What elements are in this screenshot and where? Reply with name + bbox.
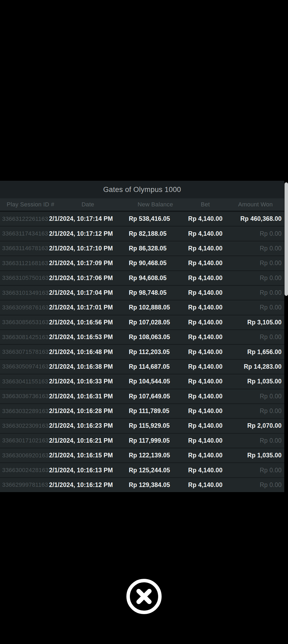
cell-id: 33663105750163 <box>0 274 49 281</box>
column-header: Bet <box>184 201 227 208</box>
cell-id: 33663071578163 <box>0 348 49 355</box>
table-row: 336631057501632/1/2024, 10:17:06 PMRp 94… <box>0 271 284 286</box>
cell-date: 2/1/2024, 10:16:28 PM <box>49 407 127 415</box>
screen-background: { "modal": { "title": "Gates of Olympus … <box>0 0 288 644</box>
cell-id: 33663002428163 <box>0 467 49 474</box>
cell-id: 33663095876163 <box>0 304 49 311</box>
cell-bet: Rp 4,140.00 <box>184 378 227 385</box>
cell-balance: Rp 122,139.05 <box>127 452 184 459</box>
session-history-panel: Gates of Olympus 1000 Play Session ID #D… <box>0 181 284 492</box>
modal-title-bar: Gates of Olympus 1000 <box>0 181 284 198</box>
cell-id: 33663117434163 <box>0 230 49 237</box>
modal-title: Gates of Olympus 1000 <box>103 186 181 194</box>
cell-balance: Rp 94,608.05 <box>127 274 184 282</box>
table-row: 336630856531632/1/2024, 10:16:56 PMRp 10… <box>0 315 284 330</box>
cell-date: 2/1/2024, 10:16:53 PM <box>49 333 127 341</box>
cell-id: 33663101349163 <box>0 289 49 296</box>
cell-date: 2/1/2024, 10:16:12 PM <box>49 481 127 489</box>
table-row: 336630509741632/1/2024, 10:16:38 PMRp 11… <box>0 360 284 374</box>
table-row: 336630322891632/1/2024, 10:16:28 PMRp 11… <box>0 404 284 419</box>
cell-won: Rp 0.00 <box>227 260 284 267</box>
cell-balance: Rp 111,789.05 <box>127 407 184 415</box>
cell-date: 2/1/2024, 10:17:06 PM <box>49 274 127 282</box>
cell-date: 2/1/2024, 10:16:56 PM <box>49 319 127 326</box>
cell-bet: Rp 4,140.00 <box>184 260 227 267</box>
cell-bet: Rp 4,140.00 <box>184 363 227 370</box>
cell-bet: Rp 4,140.00 <box>184 437 227 444</box>
cell-id: 33663114678163 <box>0 245 49 252</box>
cell-won: Rp 0.00 <box>227 467 284 474</box>
cell-bet: Rp 4,140.00 <box>184 215 227 222</box>
close-x-icon <box>130 582 158 611</box>
cell-id: 33663006920163 <box>0 452 49 459</box>
cell-balance: Rp 104,544.05 <box>127 378 184 385</box>
cell-date: 2/1/2024, 10:16:13 PM <box>49 467 127 474</box>
table-row: 336630223091632/1/2024, 10:16:23 PMRp 11… <box>0 419 284 433</box>
cell-bet: Rp 4,140.00 <box>184 452 227 459</box>
cell-bet: Rp 4,140.00 <box>184 304 227 311</box>
table-row: 336630958761632/1/2024, 10:17:01 PMRp 10… <box>0 300 284 315</box>
cell-bet: Rp 4,140.00 <box>184 333 227 341</box>
table-row: 336630715781632/1/2024, 10:16:48 PMRp 11… <box>0 345 284 359</box>
cell-date: 2/1/2024, 10:16:33 PM <box>49 378 127 385</box>
cell-balance: Rp 112,203.05 <box>127 348 184 356</box>
cell-won: Rp 1,035.00 <box>227 378 284 385</box>
cell-balance: Rp 115,929.05 <box>127 422 184 429</box>
cell-won: Rp 0.00 <box>227 274 284 282</box>
cell-won: Rp 0.00 <box>227 230 284 237</box>
cell-id: 33663032289163 <box>0 408 49 415</box>
cell-won: Rp 0.00 <box>227 407 284 415</box>
table-row: 336630069201632/1/2024, 10:16:15 PMRp 12… <box>0 448 284 463</box>
cell-bet: Rp 4,140.00 <box>184 319 227 326</box>
cell-won: Rp 0.00 <box>227 289 284 296</box>
table-row: 336630024281632/1/2024, 10:16:13 PMRp 12… <box>0 463 284 478</box>
cell-bet: Rp 4,140.00 <box>184 393 227 400</box>
cell-date: 2/1/2024, 10:17:04 PM <box>49 289 127 296</box>
session-history-modal: Gates of Olympus 1000 Play Session ID #D… <box>0 181 288 492</box>
cell-date: 2/1/2024, 10:16:38 PM <box>49 363 127 370</box>
table-row: 336631121681632/1/2024, 10:17:09 PMRp 90… <box>0 256 284 271</box>
cell-date: 2/1/2024, 10:17:12 PM <box>49 230 127 237</box>
table-row: 336630411551632/1/2024, 10:16:33 PMRp 10… <box>0 374 284 389</box>
cell-date: 2/1/2024, 10:16:48 PM <box>49 348 127 356</box>
cell-won: Rp 14,283.00 <box>227 363 284 370</box>
close-button[interactable] <box>126 579 162 614</box>
table-row: 336631222611632/1/2024, 10:17:14 PMRp 53… <box>0 212 284 226</box>
cell-bet: Rp 4,140.00 <box>184 407 227 415</box>
cell-id: 33663112168163 <box>0 260 49 267</box>
cell-balance: Rp 108,063.05 <box>127 333 184 341</box>
cell-date: 2/1/2024, 10:16:15 PM <box>49 452 127 459</box>
table-row: 336631013491632/1/2024, 10:17:04 PMRp 98… <box>0 286 284 300</box>
table-row: 336630814251632/1/2024, 10:16:53 PMRp 10… <box>0 330 284 345</box>
cell-date: 2/1/2024, 10:17:10 PM <box>49 245 127 252</box>
cell-bet: Rp 4,140.00 <box>184 274 227 282</box>
cell-won: Rp 0.00 <box>227 437 284 444</box>
cell-balance: Rp 102,888.05 <box>127 304 184 311</box>
cell-balance: Rp 107,649.05 <box>127 393 184 400</box>
cell-id: 33663036736163 <box>0 393 49 400</box>
table-body: 336631222611632/1/2024, 10:17:14 PMRp 53… <box>0 212 284 492</box>
cell-id: 33663085653163 <box>0 319 49 326</box>
cell-balance: Rp 114,687.05 <box>127 363 184 370</box>
cell-won: Rp 2,070.00 <box>227 422 284 429</box>
cell-bet: Rp 4,140.00 <box>184 467 227 474</box>
scrollbar-thumb[interactable] <box>285 182 288 296</box>
cell-won: Rp 460,368.00 <box>227 215 284 222</box>
cell-bet: Rp 4,140.00 <box>184 230 227 237</box>
cell-won: Rp 1,035.00 <box>227 452 284 459</box>
cell-id: 33663050974163 <box>0 363 49 370</box>
table-header-row: Play Session ID #DateNew BalanceBetAmoun… <box>0 198 284 212</box>
cell-won: Rp 1,656.00 <box>227 348 284 356</box>
cell-won: Rp 0.00 <box>227 393 284 400</box>
table-row: 336630367361632/1/2024, 10:16:31 PMRp 10… <box>0 389 284 404</box>
cell-balance: Rp 129,384.05 <box>127 481 184 489</box>
table-row: 336631146781632/1/2024, 10:17:10 PMRp 86… <box>0 241 284 256</box>
cell-bet: Rp 4,140.00 <box>184 422 227 429</box>
cell-id: 33663041155163 <box>0 378 49 385</box>
cell-date: 2/1/2024, 10:17:01 PM <box>49 304 127 311</box>
cell-balance: Rp 117,999.05 <box>127 437 184 444</box>
cell-id: 33662999781163 <box>0 481 49 488</box>
cell-bet: Rp 4,140.00 <box>184 348 227 356</box>
cell-won: Rp 0.00 <box>227 333 284 341</box>
cell-balance: Rp 82,188.05 <box>127 230 184 237</box>
